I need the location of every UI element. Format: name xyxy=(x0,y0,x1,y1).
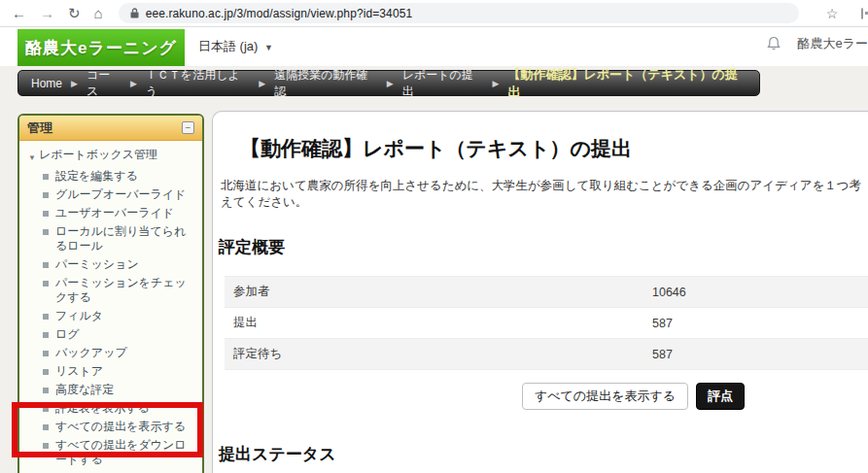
breadcrumb: Home ▶ コース ▶ ＩＣＴを活用しよう ▶ 遠隔授業の動作確認 ▶ レポー… xyxy=(17,70,760,96)
table-row: 評定待ち 587 xyxy=(225,339,868,370)
sidebar-item-advanced-grading[interactable]: 高度な評定 xyxy=(23,383,197,397)
chevron-down-icon: ▼ xyxy=(264,43,273,52)
notification-bell-icon[interactable] xyxy=(766,36,781,51)
forward-icon[interactable]: → xyxy=(40,6,54,20)
breadcrumb-separator-icon: ▶ xyxy=(493,79,500,88)
home-icon[interactable]: ⌂ xyxy=(94,6,103,20)
sidebar-item-label: バックアップ xyxy=(55,346,127,360)
square-bullet-icon xyxy=(43,332,49,338)
sidebar-item-label: パーミッションをチェックする xyxy=(55,276,197,305)
sidebar-item-permissions[interactable]: パーミッション xyxy=(23,257,197,272)
square-bullet-icon xyxy=(43,406,49,412)
sidebar-item-user-overrides[interactable]: ユーザオーバーライド xyxy=(23,206,197,220)
sidebar-item-label: すべての提出をダウンロードする xyxy=(55,438,197,467)
row-value: 10646 xyxy=(652,286,686,299)
row-value: 587 xyxy=(652,348,673,361)
breadcrumb-separator-icon: ▶ xyxy=(130,79,137,88)
breadcrumb-current-page: 【動作確認】レポート（テキスト）の提出 xyxy=(507,66,746,101)
square-bullet-icon xyxy=(43,192,49,198)
sidebar-item-download-all-submissions[interactable]: すべての提出をダウンロードする xyxy=(23,438,197,467)
collapse-block-icon[interactable]: − xyxy=(182,121,194,134)
square-bullet-icon xyxy=(43,314,49,320)
square-bullet-icon xyxy=(43,351,49,356)
sidebar-item-label: 設定を編集する xyxy=(55,169,138,184)
administration-block: 管理 − ▼ レポートボックス管理 設定を編集する グループオーバーライド ユー… xyxy=(17,114,204,473)
breadcrumb-course[interactable]: ＩＣＴを活用しよう xyxy=(146,67,250,100)
sidebar-item-local-roles[interactable]: ローカルに割り当てられるロール xyxy=(23,224,197,253)
breadcrumb-section[interactable]: 遠隔授業の動作確認 xyxy=(274,67,378,100)
block-title: 管理 xyxy=(27,119,52,137)
sidebar-item-label: 評定表を表示する xyxy=(55,401,150,416)
row-value: 587 xyxy=(652,317,673,330)
square-bullet-icon xyxy=(43,388,49,393)
table-row: 参加者 10646 xyxy=(225,277,868,308)
reload-icon[interactable]: ↻ xyxy=(68,6,81,20)
table-row: 提出 587 xyxy=(225,308,868,339)
sidebar-item-edit-settings[interactable]: 設定を編集する xyxy=(23,169,197,184)
breadcrumb-courses[interactable]: コース xyxy=(87,67,122,100)
square-bullet-icon xyxy=(43,174,49,180)
main-content: 【動作確認】レポート（テキスト）の提出 北海道において農家の所得を向上させるため… xyxy=(212,111,868,473)
sidebar-item-label: フィルタ xyxy=(55,309,103,323)
page-title: 【動作確認】レポート（テキスト）の提出 xyxy=(240,135,868,162)
square-bullet-icon xyxy=(43,262,49,268)
sidebar-item-label: グループオーバーライド xyxy=(55,187,186,202)
square-bullet-icon xyxy=(43,211,49,217)
action-buttons: すべての提出を表示する 評点 xyxy=(522,383,868,410)
sidebar-item-check-permissions[interactable]: パーミッションをチェックする xyxy=(23,276,197,305)
sidebar-item-group-overrides[interactable]: グループオーバーライド xyxy=(23,187,197,202)
sidebar-item-assignment-admin[interactable]: ▼ レポートボックス管理 xyxy=(23,148,197,165)
sidebar-item-label: 高度な評定 xyxy=(55,383,114,397)
administration-tree: ▼ レポートボックス管理 設定を編集する グループオーバーライド ユーザオーバー… xyxy=(19,141,202,473)
language-label: 日本語 (ja) xyxy=(198,39,258,53)
square-bullet-icon xyxy=(43,229,49,235)
site-logo[interactable]: 酪農大eラーニング xyxy=(17,29,185,66)
grading-summary-table: 参加者 10646 提出 587 評定待ち 587 xyxy=(225,276,868,370)
browser-extension-icon[interactable] xyxy=(861,8,863,19)
sidebar-item-filters[interactable]: フィルタ xyxy=(23,309,197,323)
sidebar-item-label: ローカルに割り当てられるロール xyxy=(55,224,197,253)
browser-toolbar: ← → ↻ ⌂ eee.rakuno.ac.jp/3/mod/assign/vi… xyxy=(0,0,868,27)
grading-summary-heading: 評定概要 xyxy=(219,236,868,258)
assignment-description: 北海道において農家の所得を向上させるために、大学生が参画して取り組むことができる… xyxy=(221,178,868,211)
sidebar-item-view-gradebook[interactable]: 評定表を表示する xyxy=(23,401,197,416)
sidebar-item-label: すべての提出を表示する xyxy=(55,420,186,434)
sidebar-item-view-all-submissions[interactable]: すべての提出を表示する xyxy=(23,420,197,434)
breadcrumb-separator-icon: ▶ xyxy=(387,79,394,88)
breadcrumb-activity-group[interactable]: レポートの提出 xyxy=(402,67,484,100)
sidebar-item-backup[interactable]: バックアップ xyxy=(23,346,197,360)
sidebar-item-logs[interactable]: ログ xyxy=(23,327,197,342)
back-icon[interactable]: ← xyxy=(12,6,26,20)
administration-block-header: 管理 − xyxy=(19,116,202,141)
tree-expanded-icon[interactable]: ▼ xyxy=(25,148,39,165)
sidebar-item-label: パーミッション xyxy=(55,257,139,272)
header-user-link[interactable]: 酪農大eラー xyxy=(797,35,868,52)
row-label: 参加者 xyxy=(225,284,652,300)
sidebar-item-label: レポートボックス管理 xyxy=(39,148,157,165)
grade-button[interactable]: 評点 xyxy=(696,383,745,410)
breadcrumb-separator-icon: ▶ xyxy=(71,79,78,88)
site-header: 酪農大eラーニング 日本語 (ja) ▼ 酪農大eラー xyxy=(0,27,868,66)
language-selector[interactable]: 日本語 (ja) ▼ xyxy=(198,38,273,55)
square-bullet-icon xyxy=(43,369,49,375)
lock-icon xyxy=(130,8,139,18)
row-label: 評定待ち xyxy=(225,346,652,362)
url-text: eee.rakuno.ac.jp/3/mod/assign/view.php?i… xyxy=(146,7,413,20)
view-all-submissions-button[interactable]: すべての提出を表示する xyxy=(522,383,688,410)
sidebar-item-label: リストア xyxy=(55,364,103,379)
sidebar-item-label: ログ xyxy=(55,327,80,342)
square-bullet-icon xyxy=(43,443,49,449)
square-bullet-icon xyxy=(43,281,49,287)
bookmark-star-icon[interactable]: ☆ xyxy=(826,6,839,21)
sidebar-item-label: ユーザオーバーライド xyxy=(55,206,174,220)
row-label: 提出 xyxy=(225,315,652,331)
square-bullet-icon xyxy=(43,424,49,430)
submission-status-heading: 提出ステータス xyxy=(219,443,868,465)
address-bar[interactable]: eee.rakuno.ac.jp/3/mod/assign/view.php?i… xyxy=(119,3,799,23)
breadcrumb-home[interactable]: Home xyxy=(31,77,62,90)
sidebar-item-restore[interactable]: リストア xyxy=(23,364,197,379)
breadcrumb-separator-icon: ▶ xyxy=(259,79,265,88)
